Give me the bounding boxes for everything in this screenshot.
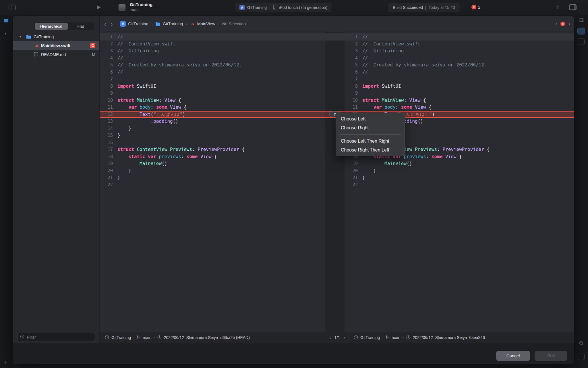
jumpbar-crumb[interactable]: No Selection — [222, 22, 246, 26]
chevron-sep-icon: › — [269, 5, 270, 10]
conflict-gutter: ? — [325, 32, 345, 332]
code-line: 3// GitTraining — [345, 47, 575, 55]
line-number: 7 — [345, 76, 358, 83]
line-number: 7 — [100, 76, 113, 83]
line-number: 10 — [100, 97, 113, 104]
zoom-icon[interactable] — [579, 341, 584, 347]
code-line: 2// ContentView.swift — [100, 41, 325, 48]
line-number: 3 — [100, 47, 113, 55]
code-line: 9 — [100, 90, 325, 97]
error-count: 2 — [478, 5, 480, 9]
prev-issue-icon[interactable]: ‹ — [555, 21, 557, 27]
line-number: 11 — [345, 104, 358, 111]
diff-pager: ‹ 1/1 › — [329, 332, 345, 343]
forward-chevron-icon[interactable]: › — [111, 21, 113, 27]
menu-item-choose-right-then-left[interactable]: Choose Right Then Left — [336, 145, 405, 154]
project-navigator-folder-icon[interactable] — [3, 18, 9, 24]
run-button[interactable]: ▶ — [97, 4, 101, 10]
source-control-pull-sheet: HierarchicalFlat ▾GitTrainingMainView.sw… — [12, 16, 575, 364]
line-number: 22 — [100, 181, 113, 189]
right-project[interactable]: GitTraining — [360, 335, 380, 340]
line-number: 19 — [100, 160, 113, 167]
error-count-badge[interactable]: × 2 — [471, 5, 480, 9]
navigator-toggle-icon[interactable] — [9, 5, 16, 12]
code-line: 4// — [100, 55, 325, 62]
pager-prev-icon[interactable]: ‹ — [329, 335, 331, 340]
segment-hierarchical[interactable]: Hierarchical — [35, 23, 68, 30]
chevron-sep-icon: › — [218, 22, 219, 26]
line-number: 21 — [345, 174, 358, 181]
inspector-icon[interactable] — [578, 39, 585, 45]
line-number: 9 — [100, 90, 113, 97]
jumpbar-crumb[interactable]: GitTraining — [128, 22, 148, 26]
editor-pane-left[interactable]: 1//2// ContentView.swift3// GitTraining4… — [100, 32, 325, 332]
menu-item-choose-left-then-right[interactable]: Choose Left Then Right — [336, 137, 405, 145]
disclosure-chevron-icon[interactable]: ▾ — [20, 35, 24, 39]
editor-mode-icon[interactable] — [578, 354, 585, 360]
activity-view[interactable]: Build Succeeded | Today at 15:40 — [388, 3, 460, 12]
menu-item-choose-right[interactable]: Choose Right — [336, 123, 405, 132]
jumpbar-crumb[interactable]: MainView — [197, 22, 215, 26]
filter-icon — [20, 334, 24, 340]
code-line: 7 — [345, 76, 575, 83]
history-icon — [354, 335, 358, 340]
code-line: 6// — [100, 69, 325, 76]
code-line: 7 — [100, 76, 325, 83]
sheet-footer: Cancel Pull — [13, 343, 574, 364]
status-badge-m: M — [92, 52, 95, 57]
code-line: 17struct ContentView_Previews: PreviewPr… — [100, 146, 325, 153]
chevron-sep-icon: › — [151, 22, 152, 26]
jumpbar-crumb[interactable]: GitTraining — [163, 22, 183, 26]
status-badge-c: C — [90, 43, 95, 48]
code-line: 5// Created by shimamura.seiya on 2022/0… — [100, 62, 325, 69]
code-line: 14 } — [100, 125, 325, 132]
code-line: 18 static var previews: some View { — [100, 153, 325, 160]
chevron-sep-icon: › — [403, 336, 404, 340]
cancel-button[interactable]: Cancel — [496, 351, 530, 361]
next-issue-icon[interactable]: › — [568, 21, 570, 27]
line-number: 13 — [100, 118, 113, 125]
editor-options-icon[interactable] — [569, 4, 577, 11]
pull-button[interactable]: Pull — [535, 351, 567, 361]
line-number: 6 — [100, 69, 113, 76]
filter-field[interactable] — [17, 333, 95, 341]
right-commit-author: Shimamura Seiya — [435, 335, 467, 340]
file-row-readme.md[interactable]: README.mdM — [13, 50, 99, 59]
left-project[interactable]: GitTraining — [111, 335, 131, 340]
code-line: 11 var body: some View { — [100, 104, 325, 111]
current-line-highlight — [325, 33, 345, 41]
scheme-selector[interactable]: GitTraining main — [130, 2, 152, 12]
toolbar: ▶ GitTraining main A GitTraining › iPod … — [0, 0, 588, 15]
folder-icon — [155, 22, 160, 26]
add-file-icon[interactable]: + — [4, 359, 7, 366]
library-plus-icon[interactable]: + — [556, 3, 560, 11]
back-chevron-icon[interactable]: ‹ — [104, 21, 106, 27]
file-row-gittraining[interactable]: ▾GitTraining — [13, 32, 99, 41]
file-row-mainview.swift[interactable]: MainView.swiftC — [13, 41, 99, 50]
file-sidebar: HierarchicalFlat ▾GitTrainingMainView.sw… — [13, 16, 100, 343]
segment-flat[interactable]: Flat — [68, 23, 93, 30]
run-destination[interactable]: A GitTraining › iPod touch (7th generati… — [235, 3, 331, 12]
pager-next-icon[interactable]: › — [343, 335, 345, 340]
code-line: 1// — [100, 33, 325, 41]
right-commit-date: 2022/06/12 — [413, 335, 433, 340]
line-number: 20 — [345, 167, 358, 175]
filter-input[interactable] — [26, 335, 92, 340]
code-line: 22 — [100, 181, 325, 189]
code-line: 4// — [345, 55, 575, 62]
merge-context-menu: Choose LeftChoose RightChoose Left Then … — [336, 113, 405, 156]
disclosure-chevron-icon[interactable]: ▾ — [5, 32, 6, 36]
scheme-app-icon[interactable] — [118, 4, 126, 11]
code-line: 12 Text("こんばんは") — [100, 111, 325, 118]
error-icon: × — [471, 5, 476, 9]
line-number: 1 — [345, 33, 358, 41]
menu-item-choose-left[interactable]: Choose Left — [336, 114, 405, 123]
issue-error-icon[interactable]: × — [560, 22, 565, 26]
sliders-icon[interactable] — [579, 18, 584, 24]
right-branch[interactable]: main — [392, 335, 400, 340]
editor-pane-right[interactable]: 1//2// ContentView.swift3// GitTraining4… — [345, 32, 575, 332]
code-line: 8import SwiftUI — [100, 83, 325, 90]
inspector-active-icon[interactable] — [577, 28, 585, 34]
left-branch[interactable]: main — [143, 335, 151, 340]
line-number: 8 — [100, 83, 113, 90]
